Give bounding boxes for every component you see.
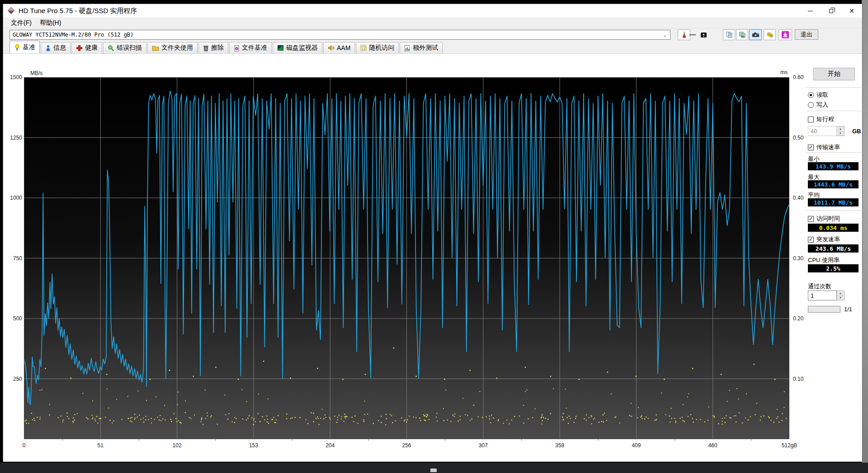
- restore-icon: [829, 9, 833, 13]
- start-button[interactable]: 开始: [813, 68, 855, 80]
- minimize-icon: [808, 11, 813, 11]
- random-access-icon: [360, 45, 367, 51]
- save-results-button[interactable]: [778, 29, 792, 40]
- pass-count-spinner-arrows[interactable]: ▲▼: [837, 290, 844, 300]
- options-icon: [766, 31, 774, 38]
- spin-down-icon[interactable]: ▼: [837, 296, 844, 300]
- copy-icon: [726, 31, 733, 38]
- info-icon: [45, 45, 51, 52]
- burst-rate-checkbox[interactable]: ✓: [808, 237, 814, 243]
- x-tick-label: 512gB: [776, 442, 803, 449]
- capacity-spinner-arrows[interactable]: ▲▼: [837, 126, 844, 136]
- x-tick-label: 358: [546, 442, 573, 449]
- tab-extra-tests[interactable]: 额外测试: [400, 42, 443, 53]
- progress-text: 1/1: [844, 306, 852, 313]
- y-right-tick-label: 0.10: [793, 376, 811, 382]
- temperature-button[interactable]: [678, 29, 690, 40]
- pass-count-input[interactable]: [808, 290, 837, 300]
- cpu-usage-label: CPU 使用率: [808, 256, 840, 264]
- trash-icon: [203, 45, 209, 52]
- access-time-checkbox[interactable]: ✓: [808, 216, 814, 222]
- health-cross-icon: [76, 45, 83, 52]
- save-results-icon: [781, 31, 789, 39]
- spin-up-icon[interactable]: ▲: [837, 126, 844, 131]
- tab-file-benchmark[interactable]: 文件基准: [229, 42, 272, 53]
- disk-monitor-icon: [277, 45, 284, 51]
- transfer-rate-checkbox[interactable]: ✓: [808, 145, 814, 150]
- x-tick-label: 256: [393, 442, 420, 449]
- copy-image-button[interactable]: [736, 29, 748, 40]
- tab-error-scan[interactable]: 错误扫描: [103, 42, 146, 53]
- pass-progress: 1/1: [808, 306, 852, 313]
- x-minor-tick: [62, 439, 63, 441]
- screenshot-button[interactable]: [749, 29, 762, 40]
- y-left-tick-label: 1000: [4, 195, 22, 201]
- tab-erase[interactable]: 擦除: [198, 42, 228, 53]
- read-radio[interactable]: [808, 92, 814, 98]
- benchmark-plot: [24, 77, 789, 439]
- x-minor-tick: [751, 439, 751, 441]
- titlebar: HD Tune Pro 5.75 - 硬盘/SSD 实用程序 ✕: [3, 4, 862, 18]
- close-button[interactable]: ✕: [841, 4, 862, 18]
- capacity-spinner[interactable]: ▲▼: [808, 126, 844, 136]
- restore-button[interactable]: [821, 4, 841, 18]
- tab-benchmark[interactable]: 基准: [9, 41, 40, 53]
- extra-tests-icon: [404, 45, 410, 52]
- benchmark-side-panel: 开始 读取 写入 短行程 ▲▼ GB ✓ 传输速率 最小 14: [806, 64, 863, 326]
- chevron-down-icon: ⌄: [663, 32, 666, 38]
- toolbar: GLOWAY YCT512NVMe-M.2/80 Pro (512 gB) ⌄ …: [3, 28, 862, 41]
- x-minor-tick: [521, 439, 522, 441]
- file-benchmark-icon: [234, 45, 240, 52]
- read-radio-row[interactable]: 读取: [808, 91, 828, 99]
- tab-folder-usage[interactable]: 文件夹使用: [147, 42, 198, 53]
- short-stroke-checkbox[interactable]: [808, 117, 814, 122]
- short-stroke-row[interactable]: 短行程: [808, 115, 834, 123]
- window-title: HD Tune Pro 5.75 - 硬盘/SSD 实用程序: [19, 7, 137, 15]
- taskbar[interactable]: [0, 463, 868, 473]
- x-tick-label: 153: [240, 442, 267, 449]
- x-minor-tick: [445, 439, 445, 441]
- spin-down-icon[interactable]: ▼: [837, 131, 844, 136]
- pass-count-label: 通过次数: [808, 282, 831, 290]
- x-tick-label: 51: [87, 442, 114, 449]
- access-time-row[interactable]: ✓ 访问时间: [808, 215, 840, 223]
- y-left-tick-label: 1500: [4, 74, 22, 80]
- tab-aam[interactable]: AAM: [323, 42, 355, 53]
- tab-random-access[interactable]: 随机访问: [356, 42, 399, 53]
- options-button[interactable]: [764, 29, 776, 40]
- burst-rate-row[interactable]: ✓ 突发速率: [808, 235, 840, 244]
- access-time-label: 访问时间: [816, 215, 840, 223]
- y-left-unit: MB/s: [30, 70, 42, 76]
- x-minor-tick: [215, 439, 216, 441]
- menu-help[interactable]: 帮助(H): [36, 18, 65, 28]
- y-left-tick-label: 750: [4, 255, 22, 262]
- exit-button[interactable]: 退出: [795, 29, 818, 40]
- copy-text-button[interactable]: [723, 29, 735, 40]
- menu-file[interactable]: 文件(F): [7, 18, 36, 28]
- y-left-tick-label: 500: [4, 315, 22, 322]
- x-minor-tick: [368, 439, 369, 441]
- min-value: 143.9 MB/s: [808, 162, 859, 170]
- drive-selector-value: GLOWAY YCT512NVMe-M.2/80 Pro (512 gB): [13, 32, 133, 38]
- tab-info[interactable]: 信息: [41, 42, 71, 53]
- x-tick-label: 0: [10, 442, 38, 449]
- transfer-rate-row[interactable]: ✓ 传输速率: [808, 143, 840, 151]
- burst-rate-value: 243.6 MB/s: [808, 244, 859, 253]
- pass-count-spinner[interactable]: ▲▼: [808, 290, 844, 300]
- write-radio[interactable]: [808, 102, 814, 108]
- write-radio-row[interactable]: 写入: [808, 101, 828, 109]
- separator: [806, 210, 861, 211]
- minimize-button[interactable]: [800, 4, 821, 18]
- temperature-dash: [689, 34, 696, 35]
- folder-icon: [152, 45, 159, 51]
- tab-disk-monitor[interactable]: 磁盘监视器: [273, 42, 322, 53]
- access-time-value: 0.034 ms: [808, 224, 859, 232]
- tab-health[interactable]: 健康: [71, 42, 102, 53]
- temperature-badge: [698, 29, 708, 40]
- drive-selector[interactable]: GLOWAY YCT512NVMe-M.2/80 Pro (512 gB) ⌄: [9, 30, 670, 40]
- taskbar-icon-sliver[interactable]: [430, 468, 437, 472]
- capacity-input[interactable]: [808, 126, 837, 136]
- y-left-tick-label: 1250: [4, 135, 22, 141]
- spin-up-icon[interactable]: ▲: [837, 291, 844, 296]
- magnifier-icon: [108, 45, 114, 52]
